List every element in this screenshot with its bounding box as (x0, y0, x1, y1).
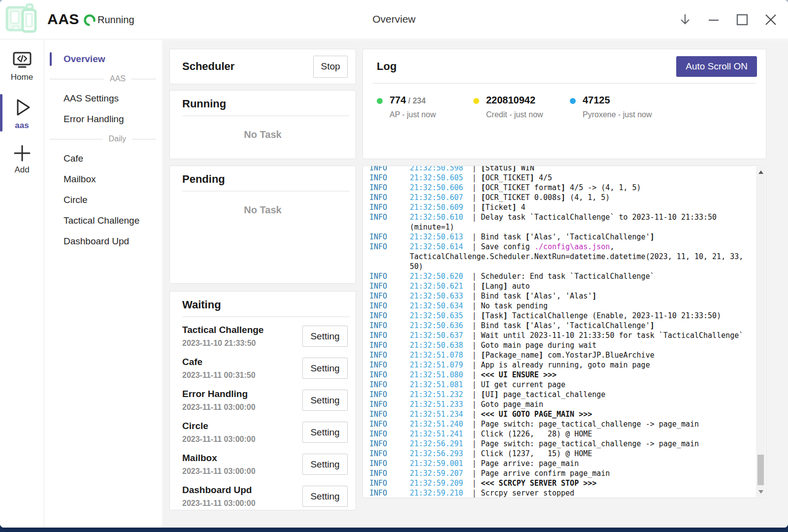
active-indicator-bar (0, 94, 2, 132)
waiting-title: Waiting (182, 299, 356, 311)
dashboard-stats: 774 / 234AP - just now220810942Credit - … (363, 84, 766, 119)
scroll-down-icon[interactable] (756, 487, 765, 496)
dashboard-stat: 47125Pyroxene - just now (570, 95, 666, 119)
log-view[interactable]: INFO21:32:50.598 | [Status] WININFO21:32… (362, 166, 766, 498)
waiting-task-row: Error Handling2023-11-11 03:00:00Setting (182, 384, 348, 416)
log-message: 21:32:56.293 | Click (1237, 15) @ HOME (410, 449, 752, 459)
log-timestamp: 21:32:50.633 (410, 292, 463, 300)
log-pipe: | (463, 489, 481, 498)
log-line: INFO21:32:50.636 | Bind task ['Alas', 'T… (369, 321, 752, 331)
sidebar-item-overview[interactable]: Overview (45, 49, 162, 69)
log-level: INFO (369, 212, 410, 232)
setting-button[interactable]: Setting (302, 486, 348, 507)
log-line: INFO21:32:59.207 | Page arrive confirm p… (369, 468, 752, 478)
scroll-up-icon[interactable] (756, 167, 765, 176)
sidebar-item-cafe[interactable]: Cafe (45, 148, 162, 169)
log-line: INFO21:32:56.293 | Click (1237, 15) @ HO… (369, 449, 752, 459)
log-message: 21:32:50.609 | [Ticket] 4 (410, 202, 752, 212)
log-message: 21:32:50.610 | Delay task `TacticalChall… (410, 212, 752, 232)
log-level: INFO (369, 419, 410, 429)
scrollbar-thumb[interactable] (757, 455, 764, 485)
log-pipe: | (463, 380, 481, 389)
sidebar-item-mailbox[interactable]: Mailbox (45, 169, 162, 190)
setting-button[interactable]: Setting (302, 326, 348, 347)
auto-scroll-button[interactable]: Auto Scroll ON (676, 56, 757, 77)
setting-button[interactable]: Setting (302, 422, 348, 443)
log-timestamp: 21:32:51.081 (410, 380, 463, 389)
running-card: Running No Task (169, 90, 356, 159)
sidebar-item-tactical-challenge[interactable]: Tactical Challenge (45, 210, 162, 231)
log-level: INFO (369, 449, 410, 459)
log-timestamp: 21:32:51.079 (410, 361, 463, 369)
sidebar-item-error-handling[interactable]: Error Handling (45, 109, 162, 130)
sidebar-item-circle[interactable]: Circle (45, 190, 162, 210)
log-timestamp: 21:32:50.634 (410, 301, 463, 310)
log-level: INFO (369, 478, 410, 488)
rail-label-add: Add (14, 165, 29, 175)
main-content: Scheduler Stop Running No Task Pending N… (163, 40, 788, 528)
log-line: INFO21:32:59.001 | Page arrive: page_mai… (369, 459, 752, 468)
close-icon[interactable] (764, 13, 777, 26)
log-message: 21:32:51.081 | UI get current page (410, 380, 752, 390)
log-level: INFO (369, 193, 410, 202)
rail-item-aas[interactable]: aas (0, 91, 44, 134)
log-message: 21:32:50.606 | [OCR_TICKET format] 4/5 -… (410, 183, 752, 193)
setting-button[interactable]: Setting (302, 390, 348, 411)
log-pipe: | (463, 410, 481, 419)
log-level: INFO (369, 281, 410, 291)
setting-button[interactable]: Setting (302, 454, 348, 475)
log-message: 21:32:51.234 | <<< UI GOTO PAGE_MAIN >>> (410, 409, 752, 419)
minimize-icon[interactable] (707, 13, 720, 26)
log-line: INFO21:32:51.078 | [Package_name] com.Yo… (369, 350, 752, 360)
waiting-task-info: Tactical Challenge2023-11-10 21:33:50 (182, 325, 263, 348)
log-line: INFO21:32:50.638 | Goto main page during… (369, 340, 752, 350)
log-timestamp: 21:32:50.598 (410, 166, 463, 172)
stop-button[interactable]: Stop (313, 56, 348, 78)
log-timestamp: 21:32:50.605 (410, 173, 463, 182)
log-pipe: | (463, 400, 481, 409)
log-level: INFO (369, 321, 410, 331)
log-pipe: | (463, 439, 481, 448)
log-message: 21:32:50.636 | Bind task ['Alas', 'Tacti… (410, 321, 752, 331)
log-line: INFO21:32:50.609 | [Ticket] 4 (369, 202, 752, 212)
log-level: INFO (369, 360, 410, 370)
rail-item-add[interactable]: Add (0, 138, 44, 179)
log-message: 21:32:51.080 | <<< UI ENSURE >>> (410, 370, 752, 380)
log-message: 21:32:50.605 | [OCR_TICKET] 4/5 (410, 173, 752, 183)
log-scrollbar[interactable] (756, 166, 765, 497)
log-line: INFO21:32:50.598 | [Status] WIN (369, 166, 752, 173)
log-pipe: | (463, 193, 481, 202)
log-pipe: | (463, 449, 481, 458)
log-timestamp: 21:32:50.607 (410, 193, 463, 202)
code-monitor-icon (11, 51, 33, 70)
sidebar-item-aas-settings[interactable]: AAS Settings (45, 88, 162, 109)
pending-empty-text: No Task (170, 192, 356, 216)
log-pipe: | (463, 272, 481, 281)
log-level: INFO (369, 301, 410, 311)
waiting-task-name: Circle (182, 421, 256, 432)
log-lines: INFO21:32:50.598 | [Status] WININFO21:32… (369, 166, 752, 498)
play-icon (11, 96, 33, 119)
log-timestamp: 21:32:50.613 (410, 233, 463, 241)
log-message: 21:32:56.291 | Page switch: page_tactica… (410, 439, 752, 449)
log-level: INFO (369, 291, 410, 301)
sidebar-item-dashboard-upd[interactable]: Dashboard Upd (45, 231, 162, 252)
log-level: INFO (369, 166, 410, 173)
log-card: Log Auto Scroll ON 774 / 234AP - just no… (362, 49, 766, 159)
waiting-task-time: 2023-11-10 21:33:50 (182, 339, 263, 348)
log-message: 21:32:50.614 | Save config ./config\aas.… (410, 242, 752, 271)
waiting-task-time: 2023-11-11 00:31:50 (182, 371, 256, 380)
maximize-icon[interactable] (736, 13, 749, 26)
log-timestamp: 21:32:50.606 (410, 183, 463, 192)
setting-button[interactable]: Setting (302, 358, 348, 379)
log-line: INFO21:32:50.606 | [OCR_TICKET format] 4… (369, 183, 752, 193)
waiting-task-list: Tactical Challenge2023-11-10 21:33:50Set… (170, 317, 356, 512)
log-timestamp: 21:32:59.207 (410, 469, 463, 478)
stat-value: 774 (390, 95, 406, 105)
rail-item-home[interactable]: Home (0, 46, 44, 86)
log-level: INFO (369, 468, 410, 478)
stat-label: Pyroxene - just now (583, 110, 652, 119)
log-level: INFO (369, 340, 410, 350)
download-arrow-icon[interactable] (679, 13, 691, 26)
log-level: INFO (369, 439, 410, 449)
